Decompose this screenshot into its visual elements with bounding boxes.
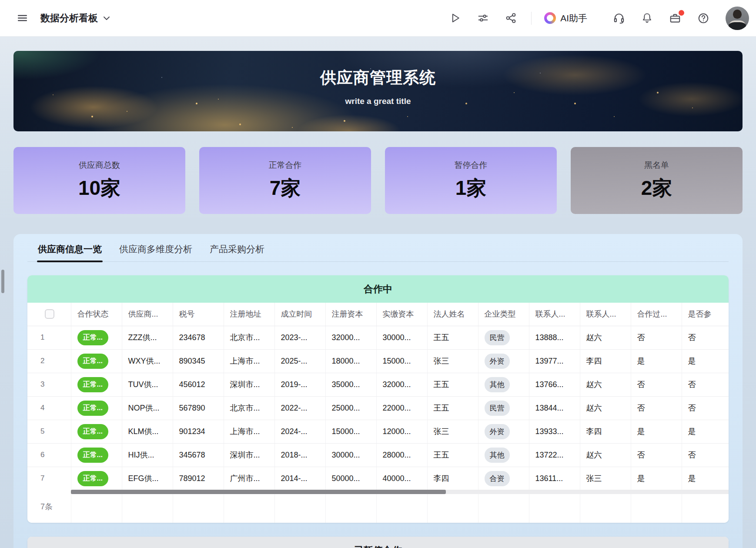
cell-coop: 否 bbox=[631, 443, 682, 467]
column-header[interactable]: 是否参 bbox=[682, 303, 729, 326]
dashboard-title-dropdown[interactable]: 数据分析看板 bbox=[40, 12, 110, 25]
cell-status: 正常... bbox=[71, 396, 122, 420]
cell-joined: 是 bbox=[682, 349, 729, 373]
column-header[interactable]: 税号 bbox=[173, 303, 224, 326]
company-type-badge: 外资 bbox=[485, 354, 510, 369]
stat-label: 黑名单 bbox=[644, 160, 669, 171]
stat-label: 正常合作 bbox=[269, 160, 302, 171]
cell-supplier: NOP供... bbox=[122, 396, 173, 420]
cell-tax: 901234 bbox=[173, 420, 224, 443]
settings-button[interactable] bbox=[475, 10, 491, 26]
column-header[interactable]: 成立时间 bbox=[274, 303, 325, 326]
stat-label: 供应商总数 bbox=[79, 160, 120, 171]
company-type-badge: 民营 bbox=[485, 401, 510, 416]
chevron-down-icon bbox=[103, 14, 110, 22]
play-button[interactable] bbox=[448, 10, 463, 26]
tab-bar: 供应商信息一览 供应商多维度分析 产品采购分析 bbox=[27, 238, 729, 262]
table-row[interactable]: 6正常...HIJ供...345678深圳市...2018-...30000..… bbox=[27, 443, 729, 467]
cell-contact: 赵六 bbox=[580, 373, 631, 396]
cell-joined: 否 bbox=[682, 373, 729, 396]
notifications-button[interactable] bbox=[639, 10, 655, 26]
cell-founded: 2023-... bbox=[274, 326, 325, 349]
tab-procurement-analysis[interactable]: 产品采购分析 bbox=[209, 238, 265, 261]
play-icon bbox=[449, 12, 461, 24]
column-header[interactable]: 实缴资本 bbox=[376, 303, 427, 326]
tab-supplier-overview[interactable]: 供应商信息一览 bbox=[37, 238, 103, 261]
ai-assistant-button[interactable]: AI助手 bbox=[544, 12, 587, 24]
cell-type: 外资 bbox=[478, 349, 529, 373]
horizontal-scrollbar-track bbox=[71, 490, 729, 494]
hamburger-icon bbox=[17, 12, 28, 24]
support-button[interactable] bbox=[611, 10, 627, 26]
ai-assistant-label: AI助手 bbox=[560, 12, 587, 24]
column-header[interactable]: 联系人... bbox=[529, 303, 580, 326]
cell-legal: 王五 bbox=[427, 326, 478, 349]
row-number: 1 bbox=[27, 326, 71, 349]
column-header[interactable]: 注册地址 bbox=[224, 303, 274, 326]
horizontal-scrollbar[interactable] bbox=[71, 490, 446, 494]
select-all-checkbox[interactable] bbox=[45, 309, 54, 319]
cell-reg_capital: 30000... bbox=[325, 443, 376, 467]
cell-paid_capital: 12000... bbox=[376, 420, 427, 443]
table-row[interactable]: 1正常...ZZZ供...234678北京市...2023-...32000..… bbox=[27, 326, 729, 349]
column-header[interactable]: 供应商... bbox=[122, 303, 173, 326]
column-header[interactable]: 联系人... bbox=[580, 303, 631, 326]
cell-status: 正常... bbox=[71, 373, 122, 396]
cell-phone: 13722... bbox=[529, 443, 580, 467]
table-row[interactable]: 5正常...KLM供...901234上海市...2024-...15000..… bbox=[27, 420, 729, 443]
status-badge: 正常... bbox=[77, 354, 108, 369]
workspace-button[interactable] bbox=[667, 10, 683, 26]
cell-supplier: HIJ供... bbox=[122, 443, 173, 467]
share-button[interactable] bbox=[503, 10, 518, 26]
hero-title: 供应商管理系统 bbox=[13, 51, 743, 89]
status-badge: 正常... bbox=[77, 471, 108, 486]
column-header[interactable]: 注册资本 bbox=[325, 303, 376, 326]
column-header[interactable]: 合作状态 bbox=[71, 303, 122, 326]
cell-joined: 是 bbox=[682, 420, 729, 443]
city-lights-decoration bbox=[13, 51, 14, 52]
table-row[interactable]: 2正常...WXY供...890345上海市...2025-...18000..… bbox=[27, 349, 729, 373]
cell-contact: 李四 bbox=[580, 420, 631, 443]
navbar-divider bbox=[531, 12, 532, 25]
help-button[interactable] bbox=[696, 10, 711, 26]
question-circle-icon bbox=[697, 12, 709, 24]
cell-status: 正常... bbox=[71, 467, 122, 490]
user-avatar[interactable] bbox=[726, 7, 749, 30]
cell-legal: 张三 bbox=[427, 420, 478, 443]
paused-table-card: 已暂停合作 bbox=[27, 537, 729, 548]
stat-card-normal-cooperation[interactable]: 正常合作 7家 bbox=[199, 147, 371, 214]
cell-status: 正常... bbox=[71, 443, 122, 467]
status-badge: 正常... bbox=[77, 424, 108, 439]
stat-card-total-suppliers[interactable]: 供应商总数 10家 bbox=[13, 147, 185, 214]
cell-contact: 赵六 bbox=[580, 396, 631, 420]
cell-address: 深圳市... bbox=[224, 443, 274, 467]
stat-card-paused-cooperation[interactable]: 暂停合作 1家 bbox=[385, 147, 557, 214]
hamburger-menu-button[interactable] bbox=[15, 10, 30, 26]
company-type-badge: 外资 bbox=[485, 424, 510, 439]
cell-type: 其他 bbox=[478, 373, 529, 396]
cell-legal: 张三 bbox=[427, 349, 478, 373]
cell-address: 广州市... bbox=[224, 467, 274, 490]
cell-founded: 2024-... bbox=[274, 420, 325, 443]
stat-card-blacklist[interactable]: 黑名单 2家 bbox=[571, 147, 743, 214]
cell-joined: 是 bbox=[682, 467, 729, 490]
table-header-row: 合作状态 供应商... 税号 注册地址 成立时间 注册资本 实缴资本 法人姓名 … bbox=[27, 303, 729, 326]
cell-contact: 李四 bbox=[580, 349, 631, 373]
status-badge: 正常... bbox=[77, 401, 108, 416]
status-badge: 正常... bbox=[77, 448, 108, 463]
cooperating-table-card: 合作中 合作状态 供应商... 税号 注册地址 成立时间 注册资本 实缴资本 bbox=[27, 275, 729, 523]
column-header[interactable]: 企业类型 bbox=[478, 303, 529, 326]
table-row[interactable]: 7正常...EFG供...789012广州市...2014-...50000..… bbox=[27, 467, 729, 490]
column-header[interactable]: 合作过... bbox=[631, 303, 682, 326]
cell-phone: 13977... bbox=[529, 349, 580, 373]
table-row[interactable]: 4正常...NOP供...567890北京市...2022-...25000..… bbox=[27, 396, 729, 420]
table-row[interactable]: 3正常...TUV供...456012深圳市...2019-...35000..… bbox=[27, 373, 729, 396]
cell-coop: 是 bbox=[631, 420, 682, 443]
row-number: 2 bbox=[27, 349, 71, 373]
stat-value: 7家 bbox=[270, 175, 301, 202]
tab-supplier-analysis[interactable]: 供应商多维度分析 bbox=[118, 238, 193, 261]
navbar: 数据分析看板 bbox=[0, 0, 756, 37]
company-type-badge: 其他 bbox=[485, 448, 510, 463]
vertical-scrollbar[interactable] bbox=[1, 270, 4, 293]
column-header[interactable]: 法人姓名 bbox=[427, 303, 478, 326]
